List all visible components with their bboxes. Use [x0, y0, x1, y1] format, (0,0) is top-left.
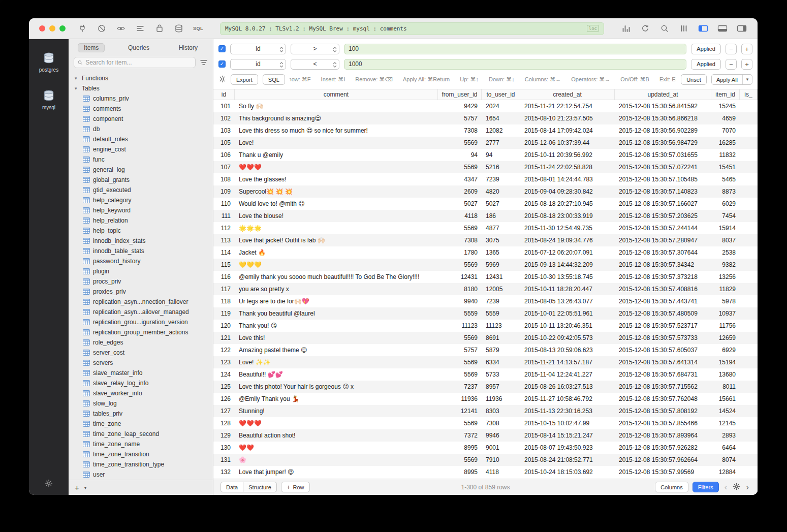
add-item-button[interactable]: +: [75, 483, 79, 492]
disconnect-icon[interactable]: [92, 21, 111, 36]
sidebar-table-item[interactable]: func: [69, 154, 213, 165]
table-row[interactable]: 127Stunning!1214183032015-11-13 22:30:16…: [213, 405, 758, 417]
rail-settings-gear-icon[interactable]: [45, 479, 53, 489]
sidebar-table-item[interactable]: columns_priv: [69, 93, 213, 104]
filter-remove-button[interactable]: −: [726, 59, 737, 70]
table-row[interactable]: 103Love this dress so much 😍 so nice for…: [213, 124, 758, 137]
apply-all-button[interactable]: Apply All ▼: [711, 74, 752, 85]
database-icon[interactable]: [169, 21, 188, 36]
zoom-button[interactable]: [59, 25, 66, 32]
table-row[interactable]: 116@emily thank you soooo much beautiful…: [213, 271, 758, 283]
sidebar-table-item[interactable]: replication_asyn...nnection_failover: [69, 297, 213, 307]
sql-toolbar-button[interactable]: SQL: [188, 21, 208, 36]
table-row[interactable]: 121Love this!556986912015-10-22 09:42:05…: [213, 332, 758, 344]
sidebar-table-item[interactable]: default_roles: [69, 134, 213, 144]
sidebar-table-item[interactable]: engine_cost: [69, 144, 213, 154]
sidebar-table-item[interactable]: slave_master_info: [69, 368, 213, 378]
sidebar-table-item[interactable]: global_grants: [69, 175, 213, 185]
sidebar-table-item[interactable]: replication_group_member_actions: [69, 327, 213, 337]
sidebar-table-item[interactable]: help_keyword: [69, 205, 213, 215]
chart-icon[interactable]: [616, 21, 636, 36]
table-row[interactable]: 130❤️❤️899590012015-08-07 19:43:50.92320…: [213, 442, 758, 454]
prev-page-icon[interactable]: ‹: [723, 482, 729, 492]
table-row[interactable]: 115💛💛💛556959692015-09-13 14:44:32.209201…: [213, 259, 758, 271]
sql-filter-button[interactable]: SQL: [263, 74, 285, 85]
table-row[interactable]: 118Ur legs are to die for🙌🏻💖994072392015…: [213, 295, 758, 307]
sidebar-table-item[interactable]: proxies_priv: [69, 287, 213, 297]
minimize-button[interactable]: [49, 25, 55, 32]
tab-items[interactable]: Items: [78, 43, 105, 52]
column-header-to_user_id[interactable]: to_user_id: [482, 89, 520, 100]
sidebar-table-item[interactable]: password_history: [69, 256, 213, 266]
sidebar-table-item[interactable]: slow_log: [69, 398, 213, 409]
sidebar-table-item[interactable]: gtid_executed: [69, 185, 213, 195]
rows-icon[interactable]: [131, 21, 150, 36]
filter-settings-gear-icon[interactable]: [218, 75, 226, 84]
table-row[interactable]: 117you are so pretty x8180120052015-10-1…: [213, 283, 758, 295]
connection-mysql[interactable]: mysql: [37, 85, 60, 114]
table-row[interactable]: 102This background is amazing😍5757165420…: [213, 112, 758, 124]
filter-operator-select[interactable]: >: [291, 44, 339, 54]
sidebar-table-item[interactable]: server_cost: [69, 348, 213, 358]
data-tab-button[interactable]: Data: [221, 482, 243, 492]
sidebar-table-item[interactable]: role_edges: [69, 337, 213, 348]
add-row-button[interactable]: + Row: [281, 482, 310, 492]
filter-value-input[interactable]: [344, 59, 686, 70]
search-icon[interactable]: [655, 21, 674, 36]
connection-postgres[interactable]: postgres: [34, 47, 64, 77]
filters-button[interactable]: Filters: [692, 482, 719, 492]
filter-value-input[interactable]: [344, 44, 686, 54]
add-item-dropdown-icon[interactable]: ▾: [84, 485, 87, 490]
sidebar-table-item[interactable]: user: [69, 470, 213, 480]
next-page-icon[interactable]: ›: [744, 482, 750, 492]
sidebar-table-item[interactable]: time_zone_leap_second: [69, 429, 213, 439]
table-row[interactable]: 101So fly 🙌🏻942920242015-11-21 22:12:54.…: [213, 100, 758, 112]
filter-column-select[interactable]: id: [230, 59, 286, 70]
tab-queries[interactable]: Queries: [122, 43, 155, 52]
sidebar-table-item[interactable]: help_relation: [69, 215, 213, 226]
table-row[interactable]: 129Beautiful action shot!737299462015-08…: [213, 429, 758, 442]
sidebar-table-item[interactable]: comments: [69, 104, 213, 114]
table-row[interactable]: 132Love that jumper! 😍899541182015-10-24…: [213, 466, 758, 478]
panel-left-icon[interactable]: [694, 21, 713, 36]
sidebar-table-item[interactable]: replication_grou...iguration_version: [69, 317, 213, 327]
sidebar-table-item[interactable]: time_zone_name: [69, 439, 213, 449]
table-row[interactable]: 111Love the blouse!41181862015-08-18 23:…: [213, 210, 758, 222]
filter-column-select[interactable]: id: [230, 44, 286, 54]
column-header-updated_at[interactable]: updated_at: [615, 89, 711, 100]
sidebar-table-item[interactable]: time_zone_transition: [69, 449, 213, 459]
sidebar-table-item[interactable]: procs_priv: [69, 276, 213, 287]
sidebar-table-item[interactable]: innodb_index_stats: [69, 236, 213, 246]
sidebar-table-item[interactable]: time_zone: [69, 419, 213, 429]
table-row[interactable]: 120Thank you! 😘11123111232015-10-11 13:2…: [213, 320, 758, 332]
table-row[interactable]: 123Love! ✨✨556963342015-11-21 14:13:57.1…: [213, 356, 758, 368]
sidebar-table-item[interactable]: servers: [69, 358, 213, 368]
tab-history[interactable]: History: [173, 43, 204, 52]
table-row[interactable]: 122Amazing pastel theme 😊575758792015-08…: [213, 344, 758, 356]
table-row[interactable]: 112🌟🌟🌟556948772015-11-30 12:54:49.735201…: [213, 222, 758, 234]
sidebar-table-item[interactable]: component: [69, 114, 213, 124]
sidebar-table-item[interactable]: replication_asyn...ailover_managed: [69, 307, 213, 317]
plug-icon[interactable]: [73, 21, 92, 36]
sidebar-table-item[interactable]: slave_relay_log_info: [69, 378, 213, 388]
panel-right-icon[interactable]: [732, 21, 751, 36]
filter-enabled-checkbox[interactable]: ✓: [218, 60, 226, 68]
table-row[interactable]: 106Thank u @emily94942015-10-11 20:39:56…: [213, 149, 758, 161]
sidebar-table-item[interactable]: plugin: [69, 266, 213, 276]
table-row[interactable]: 114Jacket 🔥178013652015-07-12 06:20:07.0…: [213, 246, 758, 259]
close-button[interactable]: [39, 25, 45, 32]
filter-applied-button[interactable]: Applied: [691, 44, 721, 54]
sidebar-table-item[interactable]: help_topic: [69, 226, 213, 236]
tree-section-tables[interactable]: ▾ Tables: [69, 83, 213, 93]
column-header-comment[interactable]: comment: [235, 89, 438, 100]
table-row[interactable]: 125Love this photo! Your hair is gorgeou…: [213, 381, 758, 393]
table-row[interactable]: 126@Emily Thank you 💃11936119362015-11-2…: [213, 393, 758, 405]
eye-icon[interactable]: [111, 21, 131, 36]
filter-add-button[interactable]: +: [741, 44, 752, 54]
filter-enabled-checkbox[interactable]: ✓: [218, 45, 226, 52]
safe-mode-bag-icon[interactable]: [150, 21, 169, 36]
table-row[interactable]: 119Thank you beautiful @laurel5559555920…: [213, 307, 758, 320]
structure-tab-button[interactable]: Structure: [243, 482, 277, 492]
table-row[interactable]: 124Beautiful!! 💕💕556957332015-11-04 12:2…: [213, 368, 758, 381]
sidebar-table-item[interactable]: help_category: [69, 195, 213, 205]
